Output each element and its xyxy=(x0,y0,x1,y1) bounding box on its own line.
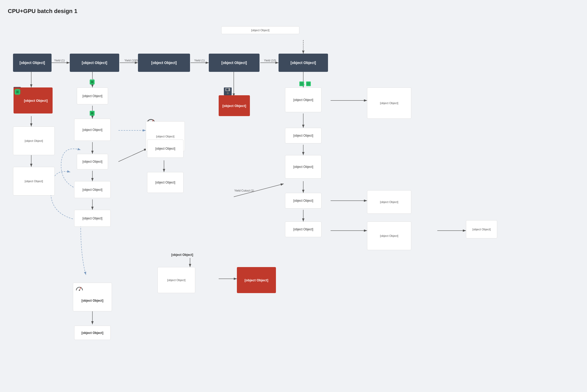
svg-rect-68 xyxy=(300,82,303,85)
where-speedup-label: [object Object] xyxy=(154,249,211,261)
yield-cutout-label: Yield Cutout (1) xyxy=(234,189,254,192)
svg-rect-70 xyxy=(307,82,310,85)
preprocess-node: [object Object] xyxy=(77,87,108,104)
gpu-chip-icon-2 xyxy=(306,81,311,87)
svg-line-15 xyxy=(118,149,147,162)
predict-gpu-node: [object Object] xyxy=(285,87,321,112)
speedometer-icon-4 xyxy=(75,284,84,291)
re-atomise-node: [object Object] xyxy=(138,54,190,72)
could-skip-square-note: [object Object] xyxy=(367,190,411,214)
damned-note: [object Object] xyxy=(13,167,55,195)
result-zero-node: [object Object] xyxy=(74,326,111,340)
chunky-note: [object Object] xyxy=(157,267,195,293)
disk-icon-save xyxy=(224,87,232,95)
get-files-node: [object Object] xyxy=(13,54,52,72)
gpu-chip-icon-1 xyxy=(299,81,305,87)
yield-label-100: Yield (100) xyxy=(124,59,138,62)
resize-op-node: [object Object] xyxy=(285,193,321,208)
standardise-node: [object Object] xyxy=(147,172,184,193)
diagram: Yield (1) Yield (100) Yield (1) Yield (1… xyxy=(8,22,579,392)
svg-rect-38 xyxy=(16,91,18,93)
either-note: [object Object] xyxy=(13,127,55,155)
yield-label-10: Yield (10) xyxy=(264,59,276,62)
cpu-chip-icon-3 xyxy=(89,110,96,117)
could-skip-mask-note: [object Object] xyxy=(367,222,411,250)
page-title: CPU+GPU batch design 1 xyxy=(8,8,579,15)
batch-gpu-node: [object Object] xyxy=(209,54,260,72)
mask-op-node: [object Object] xyxy=(285,222,321,237)
could-use-smaller-note: [object Object] xyxy=(367,87,411,119)
svg-rect-60 xyxy=(91,112,93,114)
move-color-node: [object Object] xyxy=(74,210,111,227)
cpu-chip-icon-1 xyxy=(14,88,21,96)
svg-rect-65 xyxy=(226,88,229,91)
remove-many-node: [object Object] xyxy=(279,54,328,72)
tried-saves-note: [object Object] xyxy=(466,220,497,238)
perform-naive-cutout-node: [object Object] xyxy=(285,155,321,179)
svg-point-66 xyxy=(227,92,229,94)
experiment-node: [object Object] xyxy=(73,283,112,311)
expects-imagedata-note: [object Object] xyxy=(221,26,299,34)
save-to-disk-node: [object Object] xyxy=(219,95,250,116)
rgb-bgr-node: [object Object] xyxy=(74,181,111,198)
svg-rect-53 xyxy=(91,81,93,83)
scale-all-node: [object Object] xyxy=(147,140,184,158)
resize-node: [object Object] xyxy=(74,119,111,141)
cpu-chip-icon-2 xyxy=(89,78,96,86)
yield-label-1: Yield (1) xyxy=(54,59,65,62)
yield-label-1b: Yield (1) xyxy=(194,59,205,62)
slow-down-node: [object Object] xyxy=(237,267,276,293)
batch-cpu-node: [object Object] xyxy=(70,54,119,72)
normalisation-node: [object Object] xyxy=(77,154,108,169)
normalise-results-node: [object Object] xyxy=(285,128,321,143)
